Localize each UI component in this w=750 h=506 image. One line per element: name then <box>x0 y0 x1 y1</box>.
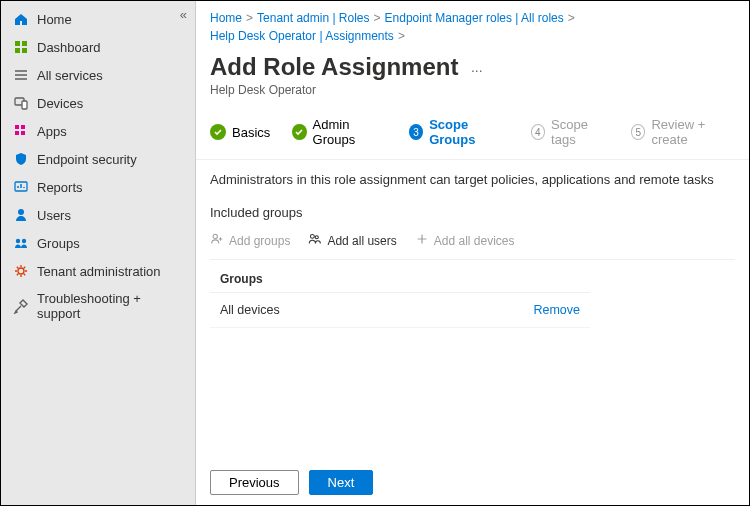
sidebar-item-devices[interactable]: Devices <box>1 89 195 117</box>
svg-rect-3 <box>22 48 27 53</box>
sidebar-item-reports[interactable]: Reports <box>1 173 195 201</box>
page-title: Add Role Assignment <box>210 53 458 81</box>
table-row: All devicesRemove <box>210 293 590 328</box>
svg-rect-6 <box>15 125 19 129</box>
sidebar-item-label: Groups <box>37 236 80 251</box>
add-all-devices-button[interactable]: Add all devices <box>415 232 515 249</box>
reports-icon <box>13 179 29 195</box>
sidebar-item-users[interactable]: Users <box>1 201 195 229</box>
chevron-right-icon: > <box>568 11 575 25</box>
step-label: Basics <box>232 125 270 140</box>
sidebar-item-label: Endpoint security <box>37 152 137 167</box>
sidebar-item-dashboard[interactable]: Dashboard <box>1 33 195 61</box>
sidebar-item-troubleshooting-support[interactable]: Troubleshooting + support <box>1 285 195 327</box>
users-icon <box>308 232 322 249</box>
apps-icon <box>13 123 29 139</box>
svg-rect-0 <box>15 41 20 46</box>
sidebar-item-all-services[interactable]: All services <box>1 61 195 89</box>
breadcrumb-item[interactable]: Home <box>210 11 242 25</box>
step-label: Admin Groups <box>313 117 387 147</box>
devices-icon <box>13 95 29 111</box>
step-label: Scope tags <box>551 117 609 147</box>
step-indicator <box>292 124 306 140</box>
cmd-label: Add all devices <box>434 234 515 248</box>
page-subtitle: Help Desk Operator <box>210 83 735 97</box>
sidebar-item-groups[interactable]: Groups <box>1 229 195 257</box>
step-indicator: 4 <box>531 124 545 140</box>
tenant-icon <box>13 263 29 279</box>
step-review-create: 5Review + create <box>631 117 735 147</box>
sidebar-item-label: Tenant administration <box>37 264 161 279</box>
group-name: All devices <box>220 303 280 317</box>
breadcrumb-item[interactable]: Help Desk Operator | Assignments <box>210 29 394 43</box>
dashboard-icon <box>13 39 29 55</box>
svg-rect-8 <box>15 131 19 135</box>
shield-icon <box>13 151 29 167</box>
breadcrumb-item[interactable]: Tenant admin | Roles <box>257 11 370 25</box>
command-bar: Add groups Add all users Add all devices <box>210 228 735 260</box>
next-button[interactable]: Next <box>309 470 374 495</box>
svg-rect-1 <box>22 41 27 46</box>
svg-rect-7 <box>21 125 25 129</box>
sidebar-item-tenant-administration[interactable]: Tenant administration <box>1 257 195 285</box>
home-icon <box>13 11 29 27</box>
step-admin-groups[interactable]: Admin Groups <box>292 117 387 147</box>
breadcrumb: Home > Tenant admin | Roles > Endpoint M… <box>196 1 749 49</box>
sidebar-item-endpoint-security[interactable]: Endpoint security <box>1 145 195 173</box>
groups-icon <box>13 235 29 251</box>
sidebar-item-label: All services <box>37 68 103 83</box>
description-text: Administrators in this role assignment c… <box>210 172 735 187</box>
svg-point-11 <box>18 209 24 215</box>
chevron-right-icon: > <box>398 29 405 43</box>
step-indicator: 5 <box>631 124 646 140</box>
step-scope-groups[interactable]: 3Scope Groups <box>409 117 509 147</box>
sidebar-item-apps[interactable]: Apps <box>1 117 195 145</box>
step-label: Scope Groups <box>429 117 508 147</box>
tools-icon <box>13 298 29 314</box>
svg-point-16 <box>311 234 315 238</box>
section-heading: Included groups <box>210 205 735 220</box>
sidebar-item-label: Dashboard <box>37 40 101 55</box>
step-label: Review + create <box>651 117 735 147</box>
sidebar-item-label: Users <box>37 208 71 223</box>
step-indicator <box>210 124 226 140</box>
wizard-steps: BasicsAdmin Groups3Scope Groups4Scope ta… <box>196 109 749 160</box>
more-icon[interactable]: ··· <box>471 62 483 78</box>
sidebar: « HomeDashboardAll servicesDevicesAppsEn… <box>1 1 196 505</box>
svg-rect-9 <box>21 131 25 135</box>
previous-button[interactable]: Previous <box>210 470 299 495</box>
step-indicator: 3 <box>409 124 423 140</box>
chevron-right-icon: > <box>374 11 381 25</box>
svg-point-17 <box>316 236 319 239</box>
breadcrumb-item[interactable]: Endpoint Manager roles | All roles <box>385 11 564 25</box>
table-column-header: Groups <box>210 266 590 293</box>
sidebar-item-label: Troubleshooting + support <box>37 291 183 321</box>
users-icon <box>13 207 29 223</box>
allservices-icon <box>13 67 29 83</box>
step-scope-tags: 4Scope tags <box>531 117 609 147</box>
cmd-label: Add groups <box>229 234 290 248</box>
svg-rect-2 <box>15 48 20 53</box>
sidebar-item-home[interactable]: Home <box>1 5 195 33</box>
sidebar-item-label: Apps <box>37 124 67 139</box>
step-basics[interactable]: Basics <box>210 124 270 140</box>
svg-point-12 <box>16 239 20 243</box>
plus-icon <box>415 232 429 249</box>
main: Home > Tenant admin | Roles > Endpoint M… <box>196 1 749 505</box>
sidebar-item-label: Reports <box>37 180 83 195</box>
collapse-icon[interactable]: « <box>180 7 187 22</box>
svg-point-15 <box>213 234 217 238</box>
remove-link[interactable]: Remove <box>533 303 580 317</box>
add-all-users-button[interactable]: Add all users <box>308 232 396 249</box>
sidebar-item-label: Devices <box>37 96 83 111</box>
cmd-label: Add all users <box>327 234 396 248</box>
add-user-icon <box>210 232 224 249</box>
svg-point-13 <box>22 239 26 243</box>
svg-rect-5 <box>22 101 27 109</box>
svg-point-14 <box>18 268 24 274</box>
sidebar-item-label: Home <box>37 12 72 27</box>
chevron-right-icon: > <box>246 11 253 25</box>
add-groups-button[interactable]: Add groups <box>210 232 290 249</box>
